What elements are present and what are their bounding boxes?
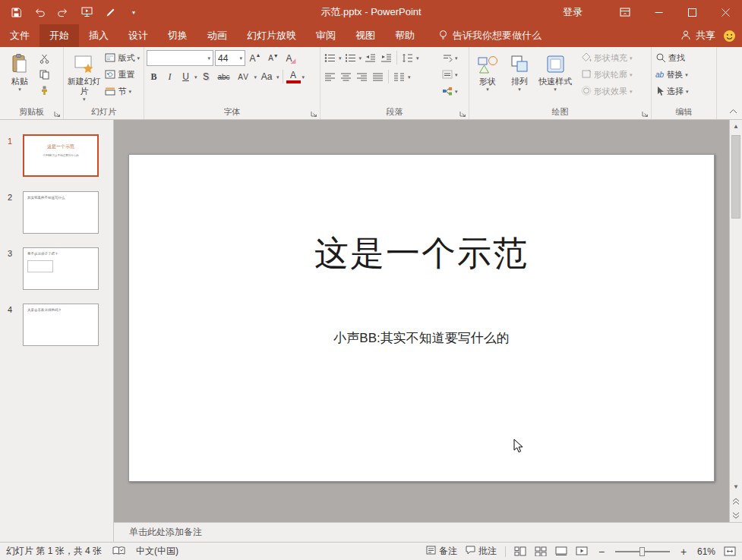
tab-view[interactable]: 视图: [346, 24, 385, 47]
tab-slideshow[interactable]: 幻灯片放映: [237, 24, 306, 47]
drawing-dialog-launcher-icon[interactable]: [642, 109, 649, 117]
vertical-scrollbar[interactable]: ▲ ▼: [729, 120, 742, 522]
zoom-in-icon[interactable]: +: [678, 546, 689, 558]
previous-slide-icon[interactable]: [730, 495, 742, 508]
align-left-icon[interactable]: [323, 69, 337, 84]
tab-design[interactable]: 设计: [118, 24, 158, 47]
align-right-icon[interactable]: [355, 69, 369, 84]
reset-button[interactable]: 重置: [103, 67, 141, 83]
redo-icon[interactable]: [56, 5, 70, 19]
shape-fill-button[interactable]: 形状填充 ▾: [579, 50, 634, 66]
slide-editing-surface[interactable]: 这是一个示范 小声BB:其实不知道要写什么的: [128, 154, 715, 482]
shape-effects-button[interactable]: 形状效果 ▾: [579, 83, 634, 99]
paragraph-dialog-launcher-icon[interactable]: [459, 109, 467, 117]
notes-pane[interactable]: 单击此处添加备注: [114, 522, 742, 542]
scroll-down-icon[interactable]: ▼: [730, 480, 742, 493]
text-shadow-button[interactable]: S: [199, 69, 213, 84]
section-button[interactable]: 节 ▾: [103, 83, 141, 99]
close-button[interactable]: [709, 0, 742, 24]
normal-view-icon[interactable]: [514, 546, 526, 556]
tab-file[interactable]: 文件: [0, 24, 39, 47]
language-indicator[interactable]: 中文(中国): [136, 545, 178, 558]
font-name-combo[interactable]: ▾: [147, 50, 213, 66]
thumbnail-slide-3[interactable]: 要不就这样子了吧？: [23, 247, 99, 290]
find-button[interactable]: 查找: [654, 50, 690, 66]
bullets-icon[interactable]: [323, 50, 337, 65]
format-painter-icon[interactable]: [37, 83, 52, 98]
character-spacing-button[interactable]: AV: [235, 69, 253, 84]
fit-to-window-icon[interactable]: [724, 546, 736, 556]
slide-sorter-view-icon[interactable]: [535, 546, 547, 556]
italic-button[interactable]: I: [163, 69, 177, 84]
layout-button[interactable]: 版式 ▾: [103, 50, 141, 66]
shape-outline-button[interactable]: 形状轮廓 ▾: [579, 67, 634, 83]
notes-toggle[interactable]: 备注: [426, 545, 457, 558]
tellme-search[interactable]: 告诉我你想要做什么: [438, 24, 542, 47]
scroll-up-icon[interactable]: ▲: [730, 120, 742, 133]
zoom-out-icon[interactable]: −: [596, 546, 607, 558]
zoom-slider-thumb[interactable]: [639, 547, 645, 556]
start-slideshow-icon[interactable]: [80, 5, 93, 19]
feedback-smiley-icon[interactable]: [723, 24, 736, 47]
copy-icon[interactable]: [37, 67, 52, 82]
quick-styles-button[interactable]: 快速样式 ▾: [535, 49, 575, 92]
decrease-indent-icon[interactable]: [363, 50, 377, 65]
align-center-icon[interactable]: [339, 69, 353, 84]
increase-indent-icon[interactable]: [379, 50, 393, 65]
slide-title-text[interactable]: 这是一个示范: [129, 231, 714, 276]
change-case-button[interactable]: Aa: [258, 69, 275, 84]
thumbnail-slide-4[interactable]: 大家会喜欢这样的吗？: [23, 304, 99, 346]
scrollbar-thumb[interactable]: [731, 135, 740, 219]
zoom-slider[interactable]: [615, 546, 670, 557]
tab-transitions[interactable]: 切换: [158, 24, 197, 47]
paste-button[interactable]: 粘贴 ▾: [2, 49, 37, 92]
grow-font-icon[interactable]: A▲: [247, 51, 264, 66]
sign-in-link[interactable]: 登录: [563, 5, 583, 19]
notes-placeholder[interactable]: 单击此处添加备注: [129, 526, 202, 539]
share-button[interactable]: 共享: [673, 24, 723, 47]
tab-insert[interactable]: 插入: [79, 24, 118, 47]
save-icon[interactable]: [9, 5, 23, 19]
tab-help[interactable]: 帮助: [385, 24, 425, 47]
slide-subtitle-text[interactable]: 小声BB:其实不知道要写什么的: [129, 329, 714, 347]
convert-to-smartart-button[interactable]: ▾: [440, 83, 466, 99]
justify-icon[interactable]: [371, 69, 385, 84]
new-slide-button[interactable]: 新建幻灯片 ▾: [66, 49, 102, 102]
customize-qat-caret-icon[interactable]: ▾: [127, 5, 141, 19]
numbering-icon[interactable]: [343, 50, 358, 65]
reading-view-icon[interactable]: [555, 546, 567, 556]
clipboard-dialog-launcher-icon[interactable]: [54, 109, 62, 117]
tab-animations[interactable]: 动画: [197, 24, 237, 47]
font-size-combo[interactable]: 44 ▾: [215, 50, 245, 66]
comments-toggle[interactable]: 批注: [466, 545, 497, 558]
font-color-button[interactable]: A: [286, 71, 301, 83]
cut-icon[interactable]: [37, 51, 52, 66]
shrink-font-icon[interactable]: A▼: [265, 51, 282, 66]
zoom-percent[interactable]: 61%: [697, 546, 715, 557]
maximize-button[interactable]: [675, 0, 709, 24]
bold-button[interactable]: B: [147, 69, 161, 84]
columns-icon[interactable]: [392, 69, 406, 84]
collapse-ribbon-icon[interactable]: [729, 105, 737, 116]
minimize-button[interactable]: [642, 0, 675, 24]
strikethrough-button[interactable]: abc: [215, 69, 233, 84]
thumbnail-slide-1[interactable]: 这是一个示范 小声BB:其实不知道要写什么的: [23, 134, 99, 177]
ribbon-display-options-icon[interactable]: [608, 0, 642, 24]
slideshow-view-icon[interactable]: [576, 546, 588, 556]
clear-formatting-icon[interactable]: A◢: [283, 51, 300, 66]
underline-button[interactable]: U: [178, 69, 193, 84]
slide-number-indicator[interactable]: 幻灯片 第 1 张，共 4 张: [6, 545, 102, 558]
select-button[interactable]: 选择 ▾: [654, 83, 690, 99]
arrange-button[interactable]: 排列 ▾: [504, 49, 535, 92]
next-slide-icon[interactable]: [730, 509, 742, 522]
thumbnail-slide-2[interactable]: 其实我真的不知道写什么: [23, 191, 99, 234]
line-spacing-icon[interactable]: [400, 50, 415, 65]
spellcheck-book-icon[interactable]: [112, 546, 125, 558]
tab-review[interactable]: 审阅: [306, 24, 346, 47]
replace-button[interactable]: ab 替换 ▾: [654, 67, 690, 83]
align-text-button[interactable]: ▾: [440, 67, 466, 83]
tab-home[interactable]: 开始: [39, 24, 79, 47]
ink-pen-icon[interactable]: [103, 5, 117, 19]
font-dialog-launcher-icon[interactable]: [311, 109, 318, 117]
shapes-button[interactable]: 形状 ▾: [472, 49, 504, 92]
